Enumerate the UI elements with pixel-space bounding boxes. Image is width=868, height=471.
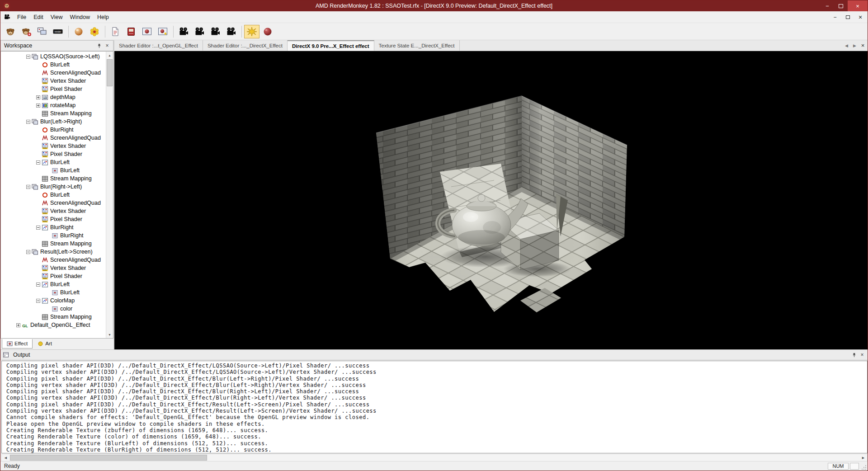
- scroll-left-icon[interactable]: ◀: [2, 454, 9, 461]
- tree-item-colormap[interactable]: ColorMap: [1, 297, 106, 305]
- tree-item-blurleft[interactable]: BlurLeft: [1, 288, 106, 297]
- expand-plus-icon[interactable]: [16, 323, 20, 327]
- tab-close-icon[interactable]: ×: [859, 42, 866, 49]
- collapse-minus-icon[interactable]: [26, 250, 30, 254]
- titlebar[interactable]: AMD RenderMonkey 1.82 : SSAOTest.rfx - […: [0, 0, 868, 11]
- menu-item-edit[interactable]: Edit: [30, 12, 47, 22]
- tree-item-color[interactable]: color: [1, 305, 106, 313]
- tree-item-label: ScreenAlignedQuad: [50, 70, 101, 76]
- tree-item-stream-mapping[interactable]: Stream Mapping: [1, 109, 106, 118]
- menu-item-file[interactable]: File: [14, 12, 30, 22]
- tree-item-default-opengl-effect[interactable]: GLDefault_OpenGL_Effect: [1, 321, 106, 329]
- collapse-minus-icon[interactable]: [36, 299, 40, 303]
- scroll-down-icon[interactable]: ▼: [106, 331, 113, 338]
- tree-item-pixel-shader[interactable]: HLSLPixel Shader: [1, 85, 106, 93]
- tree-item-lqssao-source-left[interactable]: LQSSAO(Source->Left): [1, 52, 106, 61]
- toolbar-button-7-red-book-icon[interactable]: [123, 25, 139, 38]
- restore-button[interactable]: [834, 0, 848, 11]
- tree-item-vertex-shader[interactable]: HLSLVertex Shader: [1, 77, 106, 85]
- tree-item-blurleft[interactable]: BlurLeft: [1, 280, 106, 288]
- expand-plus-icon[interactable]: [36, 95, 40, 99]
- tree-item-pixel-shader[interactable]: HLSLPixel Shader: [1, 150, 106, 158]
- tree-item-screenalignedquad[interactable]: ScreenAlignedQuad: [1, 69, 106, 77]
- tree-item-blurleft[interactable]: BlurLeft: [1, 61, 106, 69]
- toolbar-button-5-flower-icon[interactable]: [87, 25, 102, 38]
- preview-viewport[interactable]: [114, 51, 868, 349]
- tree-scrollbar[interactable]: ▲ ▼: [106, 52, 113, 338]
- toolbar-button-13-movie-camera-icon[interactable]: [223, 25, 239, 38]
- minimize-button[interactable]: −: [821, 0, 834, 11]
- tree-item-pixel-shader[interactable]: HLSLPixel Shader: [1, 215, 106, 223]
- tree-item-vertex-shader[interactable]: HLSLVertex Shader: [1, 264, 106, 272]
- workspace-close-icon[interactable]: ×: [103, 42, 111, 50]
- tree-item-screenalignedquad[interactable]: ScreenAlignedQuad: [1, 199, 106, 207]
- tree-item-result-left-screen[interactable]: Result(Left->Screen): [1, 248, 106, 256]
- tab-next-icon[interactable]: ▶: [851, 43, 858, 48]
- toolbar-button-12-movie-camera-icon[interactable]: [208, 25, 223, 38]
- tree-item-blurleft[interactable]: BlurLeft: [1, 191, 106, 199]
- menu-item-window[interactable]: Window: [66, 12, 94, 22]
- tree-item-stream-mapping[interactable]: Stream Mapping: [1, 174, 106, 183]
- tab-prev-icon[interactable]: ◀: [843, 43, 850, 48]
- toolbar-button-0-monkey-face-icon[interactable]: [3, 25, 18, 38]
- collapse-minus-icon[interactable]: [36, 226, 40, 230]
- tree-item-blurleft[interactable]: BlurLeft: [1, 166, 106, 174]
- workspace-tab-art[interactable]: Art: [33, 339, 57, 349]
- doc-tab-texture-state-e-directx-effect[interactable]: Texture State E..._DirectX_Effect: [374, 40, 460, 51]
- toolbar-button-8-effect-ball-icon[interactable]: [139, 25, 155, 38]
- resize-grip-icon[interactable]: [861, 462, 868, 471]
- toolbar-button-10-movie-camera-icon[interactable]: [176, 25, 191, 38]
- tree-item-screenalignedquad[interactable]: ScreenAlignedQuad: [1, 256, 106, 264]
- toolbar-button-2-workspace-stack-icon[interactable]: [34, 25, 50, 38]
- tree-item-blurright[interactable]: BlurRight: [1, 223, 106, 231]
- toolbar-button-9-effect-ball-star-icon[interactable]: [155, 25, 170, 38]
- tree-item-blur-left-right[interactable]: Blur(Left->Right): [1, 118, 106, 126]
- tree-item-pixel-shader[interactable]: HLSLPixel Shader: [1, 272, 106, 280]
- doc-tab-directx-9-0-pre-x-effect-effect[interactable]: DirectX 9.0 Pre...X_Effect effect: [288, 40, 374, 51]
- menu-item-view[interactable]: View: [47, 12, 66, 22]
- tree-item-vertex-shader[interactable]: HLSLVertex Shader: [1, 142, 106, 150]
- toolbar-button-6-document-red-icon[interactable]: [108, 25, 123, 38]
- tree-item-blurleft[interactable]: BlurLeft: [1, 158, 106, 166]
- workspace-tab-effect[interactable]: Effect: [2, 339, 33, 349]
- toolbar-button-14-starburst-icon[interactable]: [244, 25, 259, 38]
- output-hscrollbar[interactable]: ◀ ▶: [1, 454, 868, 462]
- tree-item-blur-right-left[interactable]: Blur(Right->Left): [1, 183, 106, 191]
- doc-tab-shader-editor-directx-effect[interactable]: Shader Editor :..._DirectX_Effect: [203, 40, 288, 51]
- tree-item-stream-mapping[interactable]: Stream Mapping: [1, 240, 106, 248]
- tree-item-screenalignedquad[interactable]: ScreenAlignedQuad: [1, 134, 106, 142]
- mdi-close-icon[interactable]: ×: [857, 14, 864, 21]
- output-pin-icon[interactable]: [850, 351, 858, 359]
- collapse-minus-icon[interactable]: [26, 185, 30, 189]
- toolbar-button-15-maroon-sphere-icon[interactable]: [260, 25, 275, 38]
- output-hscrollbar-thumb[interactable]: [10, 455, 207, 461]
- tree-item-blurright[interactable]: BlurRight: [1, 126, 106, 134]
- collapse-minus-icon[interactable]: [36, 160, 40, 165]
- collapse-minus-icon[interactable]: [26, 55, 30, 59]
- tree-item-vertex-shader[interactable]: HLSLVertex Shader: [1, 207, 106, 215]
- scroll-up-icon[interactable]: ▲: [106, 52, 113, 59]
- tree-item-rotatemap[interactable]: rotateMap: [1, 101, 106, 109]
- toolbar-button-11-movie-camera-icon[interactable]: [192, 25, 207, 38]
- tree-item-stream-mapping[interactable]: Stream Mapping: [1, 313, 106, 321]
- output-close-icon[interactable]: ×: [858, 351, 866, 359]
- tree-item-label: BlurLeft: [60, 289, 80, 296]
- expand-plus-icon[interactable]: [36, 104, 40, 108]
- mdi-restore-icon[interactable]: [844, 14, 851, 20]
- doc-tab-shader-editor-t-opengl-effect[interactable]: Shader Editor :...t_OpenGL_Effect: [114, 40, 203, 51]
- vertex-shader-icon: HLSL: [42, 265, 48, 272]
- menu-item-help[interactable]: Help: [94, 12, 113, 22]
- toolbar-button-3-render-logo-icon[interactable]: render: [50, 25, 66, 38]
- toolbar-button-1-monkey-plus-icon[interactable]: [19, 25, 34, 38]
- tree-item-blurright[interactable]: BlurRight: [1, 231, 106, 240]
- pin-icon[interactable]: [95, 42, 103, 50]
- tree-item-depthmap[interactable]: depthMap: [1, 93, 106, 101]
- toolbar-button-4-orange-sphere-icon[interactable]: [71, 25, 86, 38]
- collapse-minus-icon[interactable]: [36, 283, 40, 287]
- close-button[interactable]: ×: [848, 0, 868, 11]
- mdi-minimize-icon[interactable]: −: [831, 14, 839, 20]
- collapse-minus-icon[interactable]: [26, 120, 30, 124]
- tree-scrollbar-thumb[interactable]: [107, 59, 113, 86]
- tree-item-label: BlurRight: [60, 232, 83, 239]
- scroll-right-icon[interactable]: ▶: [859, 454, 867, 461]
